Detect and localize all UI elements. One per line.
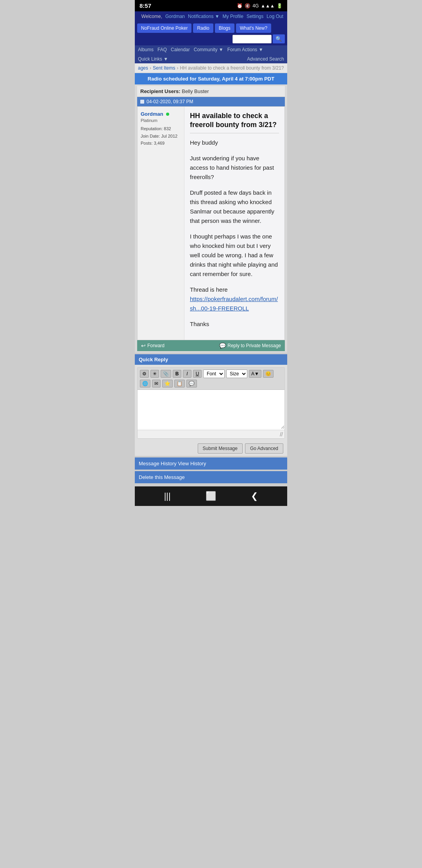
editor-container: ⚙ ✳ 📎 B I U Font Size A▼ 😊 🌐 ✉ ⭐ 📋 💬: [137, 367, 285, 439]
settings-link[interactable]: Settings: [247, 14, 263, 19]
thread-link[interactable]: https://pokerfraudalert.com/forum/sh...0…: [190, 296, 278, 312]
welcome-text: Welcome,: [141, 14, 162, 19]
notifications-link[interactable]: Notifications ▼: [188, 14, 220, 19]
toolbar-emoji2-button[interactable]: 🌐: [140, 380, 150, 387]
message-closing: Thanks: [190, 319, 279, 329]
message-paragraph1: Just wondering if you have access to han…: [190, 154, 279, 182]
thread-label: Thread is here https://pokerfraudalert.c…: [190, 285, 279, 313]
menu-button[interactable]: |||: [164, 491, 171, 501]
message-date: 04-02-2020, 09:37 PM: [147, 99, 193, 104]
toolbar-color-button[interactable]: A▼: [249, 370, 261, 378]
reply-icon: 💬: [219, 343, 226, 349]
quick-reply-header: Quick Reply: [135, 354, 287, 365]
message-header: 04-02-2020, 09:37 PM: [137, 97, 285, 106]
toolbar-emoji4-button[interactable]: ⭐: [162, 380, 173, 387]
search-input[interactable]: [232, 35, 272, 43]
message-greeting: Hey buddy: [190, 138, 279, 147]
go-advanced-button[interactable]: Go Advanced: [245, 443, 283, 454]
message-container: Gordman Platinum Reputation: 832 Join Da…: [137, 106, 285, 340]
resize-handle[interactable]: //: [138, 430, 284, 438]
alarm-icon: ⏰: [237, 3, 243, 9]
home-button[interactable]: ⬜: [206, 491, 216, 501]
sender-name-link[interactable]: Gordman: [141, 111, 163, 117]
battery-icon: 🔋: [277, 3, 283, 9]
reputation-row: Reputation: 832: [141, 125, 181, 133]
message-history-section[interactable]: Message History View History: [135, 457, 287, 470]
bottom-nav: ||| ⬜ ❮: [135, 486, 287, 506]
albums-link[interactable]: Albums: [138, 47, 154, 52]
recipient-row: Recipient Users: Belly Buster: [137, 86, 285, 97]
toolbar-icon3-button[interactable]: 📎: [161, 370, 171, 378]
user-stats: Reputation: 832 Join Date: Jul 2012 Post…: [141, 125, 181, 147]
toolbar-italic-button[interactable]: I: [183, 370, 191, 378]
reputation-label: Reputation:: [141, 126, 163, 131]
quick-links-link[interactable]: Quick Links ▼: [138, 56, 168, 62]
user-rank: Platinum: [141, 118, 181, 123]
message-body: Hey buddy Just wondering if you have acc…: [190, 138, 279, 329]
submit-message-button[interactable]: Submit Message: [198, 443, 243, 454]
posts-row: Posts: 3,469: [141, 140, 181, 147]
nav-radio-button[interactable]: Radio: [193, 23, 213, 33]
signal-icon: 4G: [252, 3, 259, 9]
forum-actions-link[interactable]: Forum Actions ▼: [227, 47, 263, 52]
breadcrumb-pages[interactable]: ages: [138, 65, 148, 71]
top-nav: Welcome, Gordman Notifications ▼ My Prof…: [135, 11, 287, 22]
join-date-row: Join Date: Jul 2012: [141, 133, 181, 140]
recipient-label: Recipient Users:: [140, 88, 181, 94]
community-link[interactable]: Community ▼: [194, 47, 224, 52]
nav-blogs-button[interactable]: Blogs: [215, 23, 234, 33]
toolbar-icon2-button[interactable]: ✳: [150, 370, 159, 378]
forward-link[interactable]: ↩ Forward: [141, 343, 165, 349]
size-select[interactable]: Size: [226, 369, 247, 378]
message-content: HH available to check a freeroll bounty …: [184, 107, 284, 340]
search-button[interactable]: 🔍: [273, 34, 285, 43]
nav-nofraud-button[interactable]: NoFraud Online Poker: [137, 23, 191, 33]
breadcrumb-current: HH available to check a freeroll bounty …: [180, 65, 284, 71]
reply-link[interactable]: 💬 Reply to Private Message: [219, 343, 281, 349]
reputation-value: 832: [164, 126, 171, 131]
toolbar-emoji1-button[interactable]: 😊: [263, 370, 274, 378]
message-actions: ↩ Forward 💬 Reply to Private Message: [137, 340, 285, 351]
content-area: Recipient Users: Belly Buster 04-02-2020…: [135, 84, 287, 353]
status-bar: 8:57 ⏰ 🔇 4G ▲▲▲ 🔋: [135, 0, 287, 11]
bars-icon: ▲▲▲: [261, 3, 275, 9]
quick-reply-section: Quick Reply ⚙ ✳ 📎 B I U Font Size A▼ 😊 🌐…: [135, 354, 287, 456]
message-paragraph3: I thought perhaps I was the one who knoc…: [190, 232, 279, 279]
faq-link[interactable]: FAQ: [157, 47, 167, 52]
recipient-name: Belly Buster: [182, 88, 209, 94]
font-select[interactable]: Font: [203, 369, 225, 378]
posts-label: Posts:: [141, 141, 153, 145]
toolbar-emoji5-button[interactable]: 📋: [174, 380, 185, 387]
reply-textarea[interactable]: [138, 390, 284, 429]
mute-icon: 🔇: [245, 3, 250, 9]
search-container: 🔍: [232, 34, 285, 43]
toolbar-underline-button[interactable]: U: [193, 370, 202, 378]
online-indicator: [166, 113, 169, 116]
message-paragraph2: Druff posted a few days back in this thr…: [190, 188, 279, 226]
sub-nav: Albums FAQ Calendar Community ▼ Forum Ac…: [135, 45, 287, 63]
user-sidebar: Gordman Platinum Reputation: 832 Join Da…: [138, 107, 184, 340]
toolbar-emoji3-button[interactable]: ✉: [152, 380, 161, 387]
logout-link[interactable]: Log Out: [266, 14, 283, 19]
nav-whatsnew-button[interactable]: What's New?: [236, 23, 271, 33]
delete-message-section[interactable]: Delete this Message: [135, 471, 287, 483]
status-time: 8:57: [139, 2, 151, 9]
status-icons: ⏰ 🔇 4G ▲▲▲ 🔋: [237, 3, 283, 9]
toolbar-icon1-button[interactable]: ⚙: [140, 370, 149, 378]
breadcrumb-sent-items[interactable]: Sent Items: [153, 65, 175, 71]
join-date-label: Join Date:: [141, 134, 160, 138]
back-button[interactable]: ❮: [251, 491, 258, 501]
editor-toolbar: ⚙ ✳ 📎 B I U Font Size A▼ 😊 🌐 ✉ ⭐ 📋 💬: [138, 368, 284, 390]
radio-banner: Radio scheduled for Saturday, April 4 at…: [135, 73, 287, 84]
forward-icon: ↩: [141, 343, 146, 349]
calendar-link[interactable]: Calendar: [171, 47, 190, 52]
toolbar-bold-button[interactable]: B: [173, 370, 181, 378]
advanced-search-link[interactable]: Advanced Search: [247, 56, 284, 62]
join-date-value: Jul 2012: [161, 134, 178, 138]
posts-value: 3,469: [154, 141, 165, 145]
my-profile-link[interactable]: My Profile: [223, 14, 243, 19]
main-nav: NoFraud Online Poker Radio Blogs What's …: [135, 22, 287, 45]
breadcrumb: ages › Sent Items › HH available to chec…: [135, 63, 287, 73]
username-link[interactable]: Gordman: [165, 14, 185, 19]
toolbar-emoji6-button[interactable]: 💬: [186, 380, 197, 387]
